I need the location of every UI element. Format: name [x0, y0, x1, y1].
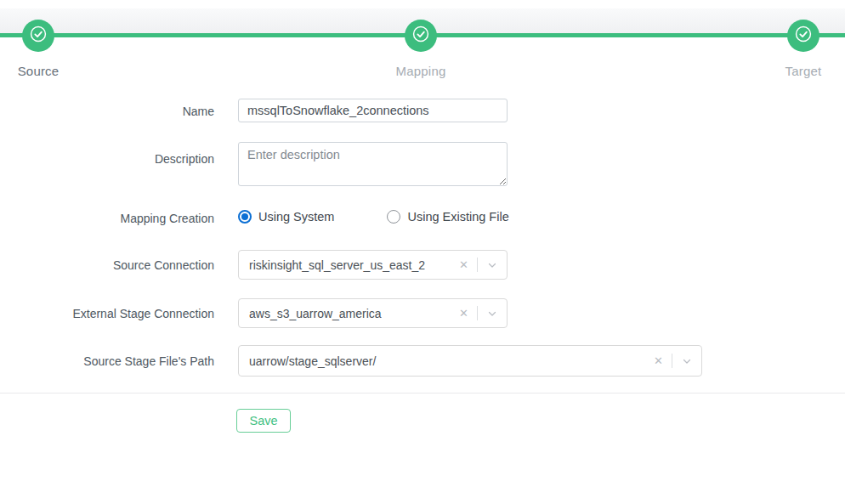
- radio-option-using-existing-file[interactable]: Using Existing File: [387, 210, 508, 224]
- check-circle-icon: [794, 25, 813, 47]
- chevron-down-icon[interactable]: [478, 260, 507, 270]
- step-label-target: Target: [785, 64, 822, 78]
- source-connection-label: Source Connection: [0, 258, 214, 272]
- external-stage-connection-value: aws_s3_uarrow_america: [239, 307, 451, 320]
- source-stage-path-value: uarrow/stage_sqlserver/: [239, 354, 645, 368]
- check-circle-icon: [411, 25, 430, 47]
- mapping-creation-radio-group: Using System Using Existing File: [238, 210, 509, 224]
- save-button[interactable]: Save: [236, 409, 291, 433]
- step-label-mapping: Mapping: [396, 64, 446, 78]
- external-stage-connection-label: External Stage Connection: [0, 307, 214, 320]
- footer-divider: [0, 393, 845, 394]
- step-target-indicator[interactable]: [787, 20, 819, 52]
- radio-option-label: Using System: [258, 210, 334, 224]
- source-connection-select[interactable]: riskinsight_sql_server_us_east_2 ✕: [238, 250, 508, 280]
- mapping-creation-label: Mapping Creation: [0, 212, 214, 225]
- external-stage-connection-select[interactable]: aws_s3_uarrow_america ✕: [238, 298, 508, 328]
- description-label: Description: [0, 152, 214, 166]
- clear-x-icon[interactable]: ✕: [645, 355, 672, 366]
- radio-option-label: Using Existing File: [407, 210, 508, 224]
- step-source-indicator[interactable]: [22, 20, 54, 52]
- check-circle-icon: [29, 25, 48, 47]
- radio-option-using-system[interactable]: Using System: [238, 210, 334, 224]
- step-mapping-indicator[interactable]: [405, 20, 437, 52]
- chevron-down-icon[interactable]: [672, 356, 701, 366]
- clear-x-icon[interactable]: ✕: [451, 259, 477, 270]
- name-label: Name: [0, 105, 214, 118]
- chevron-down-icon[interactable]: [478, 309, 507, 319]
- radio-unselected-icon[interactable]: [387, 210, 400, 224]
- source-connection-value: riskinsight_sql_server_us_east_2: [239, 258, 451, 272]
- description-textarea[interactable]: [238, 142, 508, 186]
- name-input[interactable]: [238, 99, 508, 122]
- clear-x-icon[interactable]: ✕: [451, 308, 477, 319]
- radio-selected-icon[interactable]: [238, 210, 252, 224]
- wizard-form-page: Source Mapping Target Name Description M…: [0, 0, 845, 504]
- source-stage-path-label: Source Stage File's Path: [0, 354, 214, 368]
- step-label-source: Source: [18, 64, 60, 78]
- source-stage-path-select[interactable]: uarrow/stage_sqlserver/ ✕: [238, 345, 702, 377]
